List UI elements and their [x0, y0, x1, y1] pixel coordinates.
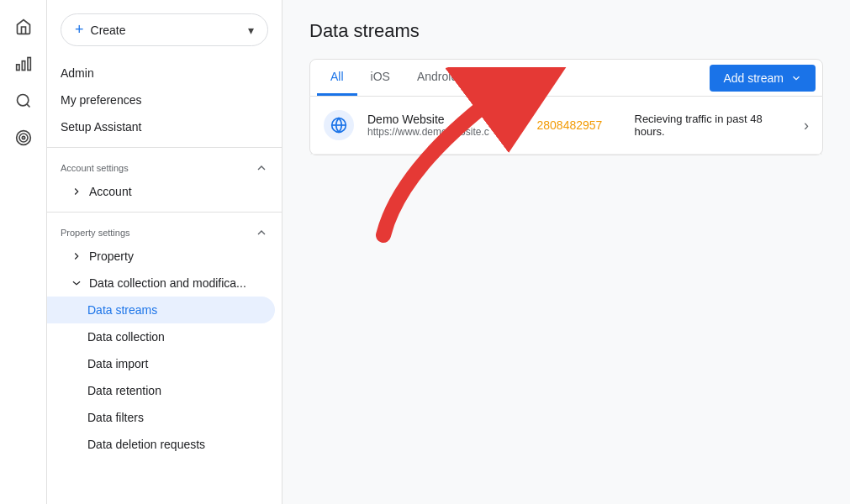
stream-globe-icon [324, 110, 354, 140]
stream-item[interactable]: Demo Website https://www.demowebsite.c 2… [310, 97, 822, 155]
stream-url: https://www.demowebsite.c [367, 126, 524, 138]
account-settings-header[interactable]: Account settings [47, 155, 282, 178]
preferences-label: My preferences [61, 93, 141, 107]
svg-line-4 [26, 104, 29, 108]
sidebar-item-data-collection-sub[interactable]: Data collection [47, 323, 282, 350]
property-settings-label: Property settings [61, 228, 130, 238]
add-stream-button[interactable]: Add stream [710, 65, 816, 92]
sidebar: + Create ▾ Admin My preferences Setup As… [47, 0, 282, 504]
admin-label: Admin [61, 66, 94, 80]
svg-rect-1 [22, 61, 24, 71]
sidebar-item-setup[interactable]: Setup Assistant [47, 113, 282, 140]
tab-all[interactable]: All [317, 60, 357, 96]
sidebar-item-data-streams[interactable]: Data streams [47, 297, 275, 323]
tab-android[interactable]: Android [404, 60, 471, 96]
sidebar-item-data-retention[interactable]: Data retention [47, 377, 282, 404]
divider-2 [47, 212, 282, 213]
svg-point-6 [19, 134, 28, 142]
plus-icon: + [75, 21, 84, 39]
chevron-down-icon: ▾ [248, 24, 254, 37]
property-settings-header[interactable]: Property settings [47, 219, 282, 243]
sidebar-item-data-filters[interactable]: Data filters [47, 404, 282, 431]
property-label: Property [89, 249, 134, 263]
bar-chart-icon[interactable] [7, 47, 40, 81]
sidebar-item-account[interactable]: Account [47, 178, 282, 205]
stream-id: 2808482957 [537, 118, 621, 132]
page-title: Data streams [309, 20, 823, 42]
sidebar-item-preferences[interactable]: My preferences [47, 87, 282, 113]
svg-rect-2 [16, 65, 18, 71]
stream-chevron-icon: › [804, 117, 809, 134]
svg-point-7 [22, 136, 24, 139]
sidebar-item-data-import[interactable]: Data import [47, 350, 282, 377]
tab-ios[interactable]: iOS [357, 60, 404, 96]
sidebar-item-property[interactable]: Property [47, 243, 282, 270]
sidebar-item-admin[interactable]: Admin [47, 60, 282, 87]
tab-web[interactable]: Web [471, 60, 522, 96]
account-label: Account [89, 185, 132, 198]
stream-name: Demo Website [367, 113, 524, 126]
svg-point-3 [17, 95, 28, 106]
target-icon[interactable] [7, 121, 40, 155]
stream-status: Recieving traffic in past 48 hours. [635, 113, 791, 138]
data-collection-label: Data collection and modifica... [89, 276, 246, 290]
setup-label: Setup Assistant [61, 120, 142, 134]
svg-rect-0 [28, 58, 30, 71]
account-settings-label: Account settings [61, 163, 129, 173]
create-label: Create [91, 24, 126, 37]
main-content: Data streams All iOS Android Web Add str… [282, 0, 850, 504]
explore-icon[interactable] [7, 84, 40, 118]
sidebar-item-data-deletion[interactable]: Data deletion requests [47, 431, 282, 458]
home-icon[interactable] [7, 10, 40, 44]
stream-info: Demo Website https://www.demowebsite.c [367, 113, 524, 138]
icon-nav [0, 0, 47, 504]
tabs-container: All iOS Android Web Add stream [309, 59, 823, 97]
create-button[interactable]: + Create ▾ [61, 13, 268, 46]
sidebar-item-data-collection[interactable]: Data collection and modifica... [47, 270, 282, 297]
divider-1 [47, 147, 282, 148]
stream-list: Demo Website https://www.demowebsite.c 2… [309, 97, 823, 155]
